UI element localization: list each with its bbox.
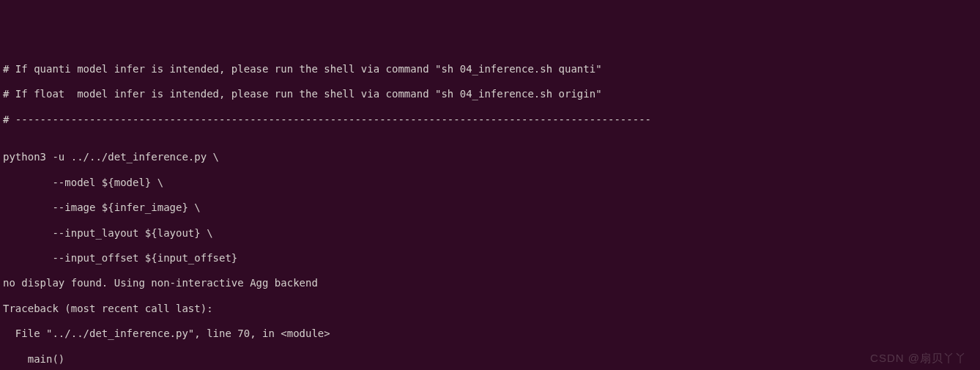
traceback-code: main() [3, 353, 977, 366]
traceback-header: Traceback (most recent call last): [3, 303, 977, 315]
terminal-line: python3 -u ../../det_inference.py \ [3, 151, 977, 163]
watermark: CSDN @扇贝丫丫 [870, 352, 967, 364]
terminal-output: # If quanti model infer is intended, ple… [0, 51, 980, 370]
terminal-line: no display found. Using non-interactive … [3, 277, 977, 289]
terminal-line: # If float model infer is intended, plea… [3, 88, 977, 100]
terminal-line: # --------------------------------------… [3, 114, 977, 126]
terminal-line: --input_layout ${layout} \ [3, 227, 977, 240]
terminal-line: --image ${infer_image} \ [3, 201, 977, 214]
terminal-line: --input_offset ${input_offset} [3, 252, 977, 264]
terminal-line: # If quanti model infer is intended, ple… [3, 63, 977, 75]
terminal-line: --model ${model} \ [3, 177, 977, 189]
traceback-frame: File "../../det_inference.py", line 70, … [3, 328, 977, 340]
